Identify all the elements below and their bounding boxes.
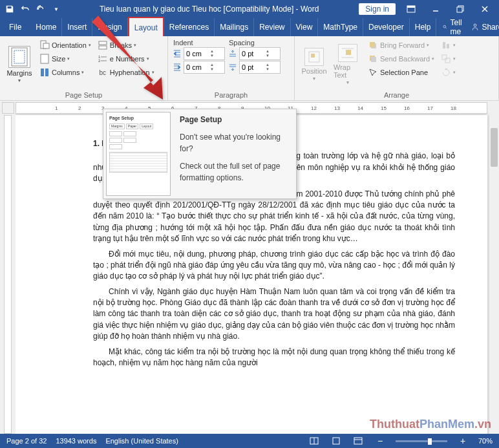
window-controls	[399, 0, 496, 18]
tab-mailings[interactable]: Mailings	[215, 18, 254, 36]
tab-help[interactable]: Help	[410, 18, 437, 36]
space-after-icon	[228, 62, 238, 72]
space-before-icon	[228, 48, 238, 59]
svg-rect-30	[443, 42, 445, 48]
svg-line-6	[445, 27, 447, 28]
group-paragraph: Indent ▲▼ ▲▼ Spacing ▲▼ ▲▼	[168, 36, 295, 100]
tab-review[interactable]: Review	[254, 18, 290, 36]
svg-rect-31	[447, 44, 449, 48]
restore-icon[interactable]	[449, 0, 472, 18]
tell-me[interactable]: Tell me	[443, 18, 465, 36]
selection-pane-button[interactable]: Selection Pane	[366, 66, 436, 79]
group-label-page-setup: Page Setup	[4, 90, 164, 99]
align-button: ▾	[439, 39, 458, 52]
tooltip-title: Page Setup	[180, 115, 290, 125]
zoom-level[interactable]: 70%	[478, 437, 493, 445]
line-numbers-button[interactable]: 12e Numbers▾	[96, 52, 156, 65]
redo-icon[interactable]	[34, 2, 48, 16]
qa-customize-icon[interactable]: ▼	[49, 2, 63, 16]
tooltip-line1: Don't see what you're looking for?	[180, 132, 290, 155]
svg-rect-13	[41, 69, 44, 76]
zoom-slider[interactable]	[396, 440, 447, 442]
line-numbers-icon: 12	[98, 54, 108, 64]
vertical-scrollbar[interactable]	[489, 115, 499, 434]
svg-rect-1	[407, 6, 415, 8]
zoom-out-icon[interactable]: −	[374, 436, 387, 446]
indent-left-icon	[172, 48, 182, 59]
rotate-button: ▾	[439, 66, 458, 79]
print-layout-icon[interactable]	[330, 436, 343, 446]
margins-button[interactable]: Margins▼	[4, 39, 35, 90]
group-label-arrange: Arrange	[299, 90, 494, 99]
indent-right-input[interactable]: ▲▼	[184, 61, 225, 74]
tab-layout[interactable]: Layout	[128, 17, 164, 37]
ribbon-tabs: File Home Insert Design Layout Reference…	[0, 18, 499, 36]
minimize-icon[interactable]	[424, 0, 447, 18]
wrap-text-button: Wrap Text▼	[332, 39, 363, 90]
page-count[interactable]: Page 2 of 32	[6, 437, 47, 445]
align-icon	[441, 40, 451, 50]
svg-rect-15	[99, 41, 107, 45]
save-icon[interactable]	[3, 2, 17, 16]
svg-rect-11	[43, 43, 49, 48]
document-title: Tieu luan quan ly giao duc Tieu hoc [Com…	[63, 5, 355, 14]
share-button[interactable]: Share	[471, 23, 499, 32]
svg-rect-37	[354, 438, 362, 444]
group-button: ▾	[439, 52, 458, 65]
signin-button[interactable]: Sign in	[359, 3, 396, 15]
svg-rect-33	[445, 58, 450, 63]
document-page[interactable]: Page Setup MarginsPaperLayout Page Setup…	[16, 115, 487, 434]
ribbon-options-icon[interactable]	[399, 0, 423, 18]
tab-references[interactable]: References	[164, 18, 215, 36]
tab-view[interactable]: View	[291, 18, 319, 36]
doc-para: Chính vì vậy, Ngành giáo dục huyện Hàm T…	[93, 286, 455, 343]
doc-para: Mặt khác, công tác kiểm tra nội bộ trườn…	[93, 347, 455, 369]
tab-file[interactable]: File	[0, 18, 30, 36]
tooltip-thumbnail: Page Setup MarginsPaperLayout	[106, 115, 171, 196]
zoom-in-icon[interactable]: +	[456, 436, 469, 446]
hyphenation-button[interactable]: bcHyphenation▾	[96, 66, 156, 79]
spacing-label: Spacing	[228, 39, 281, 47]
svg-rect-29	[371, 57, 376, 62]
orientation-button[interactable]: Orientation▾	[37, 39, 93, 52]
svg-rect-12	[41, 54, 48, 63]
hyphenation-icon: bc	[98, 67, 108, 78]
svg-point-5	[443, 25, 446, 28]
vertical-ruler	[0, 101, 16, 434]
group-page-setup: Margins▼ Orientation▾ Size▾ Columns▾ Bre…	[0, 36, 168, 100]
tab-mathtype[interactable]: MathType	[318, 18, 363, 36]
tab-design[interactable]: Design	[92, 18, 127, 36]
svg-rect-27	[370, 42, 375, 47]
columns-icon	[39, 67, 50, 78]
tab-home[interactable]: Home	[30, 18, 62, 36]
page-setup-tooltip: Page Setup MarginsPaperLayout Page Setup…	[103, 115, 297, 199]
document-area: 123456789101112131415161718 Page Setup M…	[0, 101, 499, 434]
space-after-input[interactable]: ▲▼	[239, 61, 281, 74]
bring-forward-icon	[368, 40, 378, 50]
send-backward-button: Send Backward▾	[366, 52, 436, 65]
word-count[interactable]: 13943 words	[56, 437, 96, 445]
space-before-input[interactable]: ▲▼	[239, 47, 281, 60]
group-icon	[441, 54, 451, 64]
language[interactable]: English (United States)	[105, 437, 178, 445]
breaks-button[interactable]: Breaks▾	[96, 39, 156, 52]
status-bar: Page 2 of 32 13943 words English (United…	[0, 434, 499, 448]
close-icon[interactable]	[473, 0, 496, 18]
position-button: Position▼	[299, 39, 330, 90]
tab-insert[interactable]: Insert	[62, 18, 92, 36]
undo-icon[interactable]	[18, 2, 32, 16]
indent-left-input[interactable]: ▲▼	[184, 47, 225, 60]
columns-button[interactable]: Columns▾	[37, 66, 93, 79]
tab-developer[interactable]: Developer	[363, 18, 410, 36]
svg-text:2: 2	[98, 59, 101, 63]
group-label-paragraph: Paragraph	[172, 90, 290, 99]
svg-rect-16	[99, 46, 107, 49]
web-layout-icon[interactable]	[352, 436, 365, 446]
titlebar: ▼ Tieu luan quan ly giao duc Tieu hoc [C…	[0, 0, 499, 18]
svg-rect-32	[442, 55, 447, 59]
quick-access: ▼	[3, 2, 63, 16]
read-mode-icon[interactable]	[308, 436, 321, 446]
tooltip-line2: Check out the full set of page formattin…	[180, 161, 290, 184]
breaks-icon	[98, 40, 108, 50]
size-button[interactable]: Size▾	[37, 52, 93, 65]
